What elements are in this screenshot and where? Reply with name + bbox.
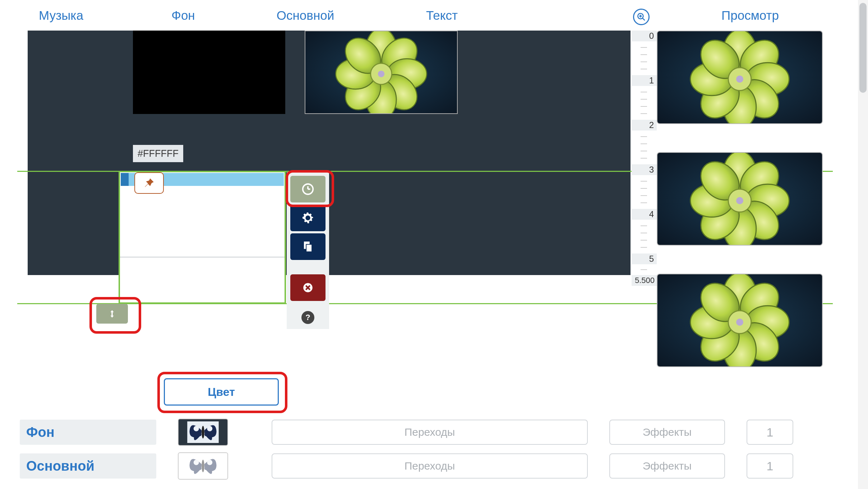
- vertical-scrollbar[interactable]: [858, 0, 868, 489]
- layer-thumbnail[interactable]: [178, 419, 228, 446]
- ruler-tick: 0: [632, 31, 657, 41]
- copy-button[interactable]: [290, 233, 326, 260]
- effects-button[interactable]: Эффекты: [609, 420, 725, 445]
- pushpin-icon: [143, 177, 155, 189]
- clock-icon: [301, 182, 315, 196]
- effects-count: 1: [747, 420, 793, 445]
- layer-label[interactable]: Основной: [20, 453, 156, 479]
- layer-list: Фон Переходы Эффекты 1 Основной Переходы…: [20, 418, 851, 485]
- layer-label[interactable]: Фон: [20, 420, 156, 445]
- transitions-button[interactable]: Переходы: [272, 453, 588, 479]
- zoom-in-button[interactable]: [633, 9, 650, 25]
- magnifier-plus-icon: [637, 12, 646, 22]
- tab-background[interactable]: Фон: [122, 8, 244, 23]
- layer-thumbnail[interactable]: [178, 452, 228, 480]
- pin-button[interactable]: [134, 172, 164, 194]
- layer-row: Основной Переходы Эффекты 1: [20, 452, 851, 480]
- tabs-row: Музыка Фон Основной Текст Просмотр: [0, 0, 868, 31]
- preview-thumbnail[interactable]: [657, 274, 823, 367]
- tab-text[interactable]: Текст: [366, 8, 517, 23]
- track-music[interactable]: [28, 31, 117, 275]
- scrollbar-thumb[interactable]: [859, 3, 867, 93]
- effects-button[interactable]: Эффекты: [609, 453, 725, 479]
- track-resize-handle[interactable]: [96, 304, 128, 324]
- tab-music[interactable]: Музыка: [0, 8, 122, 23]
- ruler-tick: 5: [632, 253, 657, 264]
- gear-icon: [301, 211, 315, 225]
- clip-divider: [120, 257, 285, 257]
- help-button[interactable]: ?: [301, 311, 314, 324]
- svg-line-15: [642, 18, 645, 20]
- effects-count: 1: [747, 453, 793, 479]
- time-ruler: 0 1 2 3 4 5 5.500: [632, 31, 657, 311]
- copy-icon: [301, 240, 315, 253]
- svg-rect-22: [306, 244, 312, 252]
- ruler-end-label: 5.500: [632, 275, 657, 286]
- settings-button[interactable]: [290, 205, 326, 231]
- clip-toolbar: ?: [287, 172, 329, 329]
- clip-trim-handle[interactable]: [121, 173, 129, 186]
- ruler-tick: 3: [632, 164, 657, 175]
- color-button[interactable]: Цвет: [164, 378, 279, 406]
- layer-row: Фон Переходы Эффекты 1: [20, 418, 851, 447]
- delete-button[interactable]: [290, 274, 326, 301]
- background-color-swatch[interactable]: [133, 31, 285, 114]
- ruler-tick: 2: [632, 120, 657, 131]
- preview-thumbnail[interactable]: [657, 152, 823, 246]
- resize-vertical-icon: [107, 307, 117, 321]
- track-text[interactable]: [462, 31, 631, 275]
- preview-column: [657, 31, 826, 395]
- ruler-tick: 4: [632, 209, 657, 220]
- hex-value-badge: #FFFFFF: [133, 145, 183, 162]
- timing-button[interactable]: [290, 176, 326, 202]
- preview-thumbnail[interactable]: [657, 31, 823, 124]
- tab-main[interactable]: Основной: [244, 8, 366, 23]
- delete-icon: [302, 282, 314, 294]
- ruler-tick: 1: [632, 75, 657, 86]
- tab-preview[interactable]: Просмотр: [632, 8, 868, 23]
- transitions-button[interactable]: Переходы: [272, 420, 588, 445]
- timeline-area: #FFFFFF: [0, 31, 868, 304]
- main-clip-thumbnail[interactable]: [305, 31, 458, 114]
